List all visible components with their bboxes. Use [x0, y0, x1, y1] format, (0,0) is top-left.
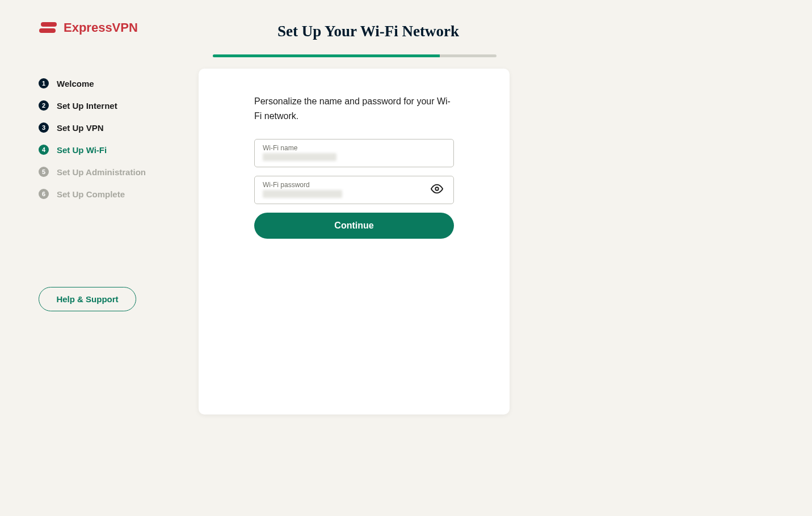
step-number: 5	[39, 167, 49, 177]
step-label: Set Up Complete	[57, 189, 125, 199]
step-number: 4	[39, 145, 49, 155]
svg-point-0	[435, 187, 439, 191]
wifi-password-label: Wi-Fi password	[263, 181, 445, 189]
step-number: 6	[39, 189, 49, 199]
step-set-up-complete: 6 Set Up Complete	[39, 189, 176, 199]
step-set-up-vpn[interactable]: 3 Set Up VPN	[39, 122, 176, 133]
wifi-name-input[interactable]	[263, 153, 336, 161]
setup-card: Personalize the name and password for yo…	[199, 69, 510, 415]
main-content: Set Up Your Wi-Fi Network Personalize th…	[199, 0, 812, 516]
wifi-name-label: Wi-Fi name	[263, 144, 445, 152]
step-label: Set Up Administration	[57, 167, 146, 177]
progress-bar	[213, 54, 497, 57]
step-label: Set Up Internet	[57, 101, 117, 111]
step-set-up-wifi[interactable]: 4 Set Up Wi-Fi	[39, 145, 176, 155]
brand-name: ExpressVPN	[64, 20, 138, 35]
help-support-button[interactable]: Help & Support	[39, 287, 136, 311]
card-description: Personalize the name and password for yo…	[254, 94, 454, 123]
step-label: Welcome	[57, 79, 94, 88]
step-number: 1	[39, 78, 49, 88]
step-number: 2	[39, 100, 49, 111]
wifi-password-input[interactable]	[263, 190, 342, 198]
continue-button[interactable]: Continue	[254, 213, 454, 239]
step-welcome[interactable]: 1 Welcome	[39, 78, 176, 88]
step-set-up-administration: 5 Set Up Administration	[39, 167, 176, 177]
page-title: Set Up Your Wi-Fi Network	[213, 23, 524, 40]
setup-steps: 1 Welcome 2 Set Up Internet 3 Set Up VPN…	[39, 78, 176, 199]
eye-icon[interactable]	[431, 183, 443, 197]
step-number: 3	[39, 122, 49, 133]
step-set-up-internet[interactable]: 2 Set Up Internet	[39, 100, 176, 111]
expressvpn-icon	[39, 20, 58, 36]
sidebar: ExpressVPN 1 Welcome 2 Set Up Internet 3…	[0, 0, 199, 516]
wifi-name-field[interactable]: Wi-Fi name	[254, 139, 454, 167]
progress-fill	[213, 54, 440, 57]
step-label: Set Up VPN	[57, 123, 104, 133]
wifi-password-field[interactable]: Wi-Fi password	[254, 176, 454, 204]
brand-logo: ExpressVPN	[39, 20, 176, 36]
step-label: Set Up Wi-Fi	[57, 145, 107, 155]
